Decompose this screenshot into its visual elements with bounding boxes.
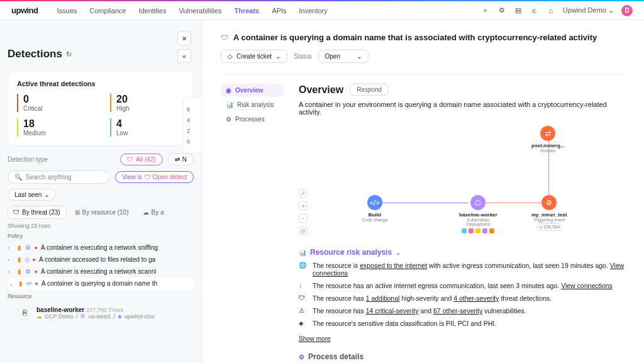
refresh-icon[interactable]: ↻ <box>66 50 72 59</box>
main-nav: Issues Compliance Identities Vulnerabili… <box>57 7 328 14</box>
zoom-in-icon[interactable]: ＋ <box>299 201 308 210</box>
resource-header: Resource <box>8 293 194 299</box>
risk-bullet-icon: 🌐 <box>299 262 308 269</box>
chevron-right-icon: › <box>8 245 14 251</box>
nav-issues[interactable]: Issues <box>57 7 77 14</box>
zoom-out-icon[interactable]: − <box>299 214 308 223</box>
risk-link[interactable]: View connections <box>561 282 613 289</box>
nav-threats[interactable]: Threats <box>235 7 260 14</box>
plus-icon[interactable]: ＋ <box>481 6 490 15</box>
resource-row[interactable]: ⎘ baseline-worker 227,700 Times ☁GCP Dem… <box>8 302 194 320</box>
view-filter[interactable]: View is 🛡 Open detect <box>115 171 194 183</box>
nav-compliance[interactable]: Compliance <box>89 7 126 14</box>
detail-side-nav: ◉ Overview 📊 Risk analysis ⚙ Processes <box>221 84 284 363</box>
detection-type-label: Detection type <box>8 156 48 163</box>
overview-title: Overview <box>299 84 343 96</box>
collapse-icon[interactable]: « <box>177 49 191 63</box>
risk-bullet-icon: ◈ <box>299 320 308 327</box>
risk-line: ↓The resource has an active internet egr… <box>299 282 625 289</box>
logo[interactable]: upwind <box>11 6 38 15</box>
run-icon[interactable]: ⎋ <box>530 6 539 15</box>
gear-icon: ⚙ <box>299 354 304 360</box>
container-icon: ⎘ <box>18 306 31 320</box>
risk-line: 🌐The resource is exposed to the internet… <box>299 262 625 277</box>
chart-icon: 📊 <box>299 249 306 256</box>
threat-row[interactable]: › ▮⎙ A container accessed to files relat… <box>8 254 194 265</box>
stats-card: Active threat detections 0 Critical 20 H… <box>8 70 194 146</box>
stat-high: 20 High <box>110 94 184 112</box>
risk-line: 🛡The resource has 1 additional high-seve… <box>299 294 625 302</box>
risk-bullet-icon: ↓ <box>299 282 308 289</box>
detail-title: A container is querying a domain name th… <box>233 33 597 42</box>
search-input[interactable]: 🔍 Search anything <box>8 170 110 184</box>
threat-row[interactable]: › ▮⚙ A container is executing a network … <box>8 265 194 277</box>
create-ticket-dropdown[interactable]: ◇ Create ticket ⌄ <box>221 50 287 63</box>
risk-analysis-header[interactable]: 📊 Resource risk analysis ⌄ <box>299 248 625 257</box>
stat-medium: 18 Medium <box>17 118 91 137</box>
sidenav-processes[interactable]: ⚙ Processes <box>221 113 284 126</box>
nav-identities[interactable]: Identities <box>138 7 166 14</box>
header: upwind Issues Compliance Identities Vuln… <box>0 1 644 20</box>
node-build[interactable]: </> Build Code change <box>362 195 388 222</box>
risk-link[interactable]: 67 other-severity <box>433 307 482 315</box>
center-icon[interactable]: ◎ <box>299 226 308 235</box>
risk-link[interactable]: 4 other-severity <box>453 294 499 302</box>
nav-apis[interactable]: APIs <box>272 7 286 14</box>
detail-panel: 🛡 A container is querying a domain name … <box>201 20 644 363</box>
results-count: Showing 23 rows <box>8 223 194 229</box>
filter-n[interactable]: ⇄ N <box>168 154 194 165</box>
risk-line: ⚠The resource has 14 critical-severity a… <box>299 307 625 315</box>
threat-row[interactable]: › ▮⚙ A container is executing a network … <box>8 242 194 254</box>
chevron-right-icon: › <box>8 269 14 275</box>
secondary-card: 6 4 2 0 <box>182 97 201 154</box>
tab-by-account[interactable]: ☁ By a <box>138 206 169 219</box>
risk-line: ◈The resource's sensitive data classific… <box>299 320 625 327</box>
account-switcher[interactable]: Upwind Demo ⌄ <box>563 6 614 14</box>
node-baseline[interactable]: ⬡ baseline-worker Kubernetes Deployment <box>459 195 497 233</box>
left-panel: ✕ « Detections ↻ Active threat detection… <box>0 20 201 363</box>
node-miner[interactable]: ⚙ my_miner_test Triggering event ◎ 158,5… <box>531 195 567 231</box>
risk-bullet-icon: 🛡 <box>299 294 308 301</box>
last-seen-dropdown[interactable]: Last seen ⌄ <box>8 189 56 201</box>
org-icon[interactable]: ⌂ <box>547 6 555 15</box>
stat-low: 4 Low <box>110 118 184 137</box>
show-more-link[interactable]: Show more <box>299 335 331 342</box>
risk-link[interactable]: 14 critical-severity <box>366 307 419 315</box>
overview-desc: A container in your environment is query… <box>299 101 625 116</box>
risk-link[interactable]: 1 additional <box>366 294 400 302</box>
shield-icon: 🛡 <box>221 33 228 42</box>
stats-title: Active threat detections <box>17 80 184 87</box>
sidenav-overview[interactable]: ◉ Overview <box>221 84 284 97</box>
book-icon[interactable]: ▤ <box>514 6 523 15</box>
tab-by-resource[interactable]: ⊞ By resource (10) <box>70 206 134 219</box>
chevron-down-icon: ⌄ <box>396 249 401 256</box>
gear-icon[interactable]: ⚙ <box>497 6 506 15</box>
avatar[interactable]: D <box>621 5 633 16</box>
status-dropdown[interactable]: Open ⌄ <box>318 50 369 63</box>
tab-by-threat[interactable]: 🛡 By threat (23) <box>8 206 66 219</box>
process-details-header[interactable]: ⚙ Process details <box>299 352 625 361</box>
chevron-right-icon: › <box>8 257 14 263</box>
nav-vulnerabilities[interactable]: Vulnerabilities <box>179 7 221 14</box>
close-icon[interactable]: ✕ <box>177 31 191 45</box>
risk-bullet-icon: ⚠ <box>299 307 308 314</box>
policy-header: Policy <box>8 233 194 239</box>
risk-link[interactable]: exposed to the internet <box>360 262 427 269</box>
chevron-down-icon: ⌄ <box>9 281 15 287</box>
nav-inventory[interactable]: Inventory <box>299 7 327 14</box>
stat-critical: 0 Critical <box>17 94 91 112</box>
node-domain[interactable]: ⇄ pool.minerg... Domain <box>531 126 564 153</box>
respond-button[interactable]: Respond <box>350 84 389 96</box>
page-title: Detections ↻ <box>8 48 194 60</box>
fullscreen-icon[interactable]: ⤢ <box>299 189 308 198</box>
threat-row[interactable]: ⌄ ▮⇄ A container is querying a domain na… <box>8 277 194 289</box>
sidenav-risk[interactable]: 📊 Risk analysis <box>221 98 284 111</box>
status-label: Status <box>294 53 311 60</box>
resource-graph: ⤢ ＋ − ◎ </> Build Code change <box>299 126 625 239</box>
filter-all[interactable]: 🛡 All (42) <box>120 154 163 165</box>
